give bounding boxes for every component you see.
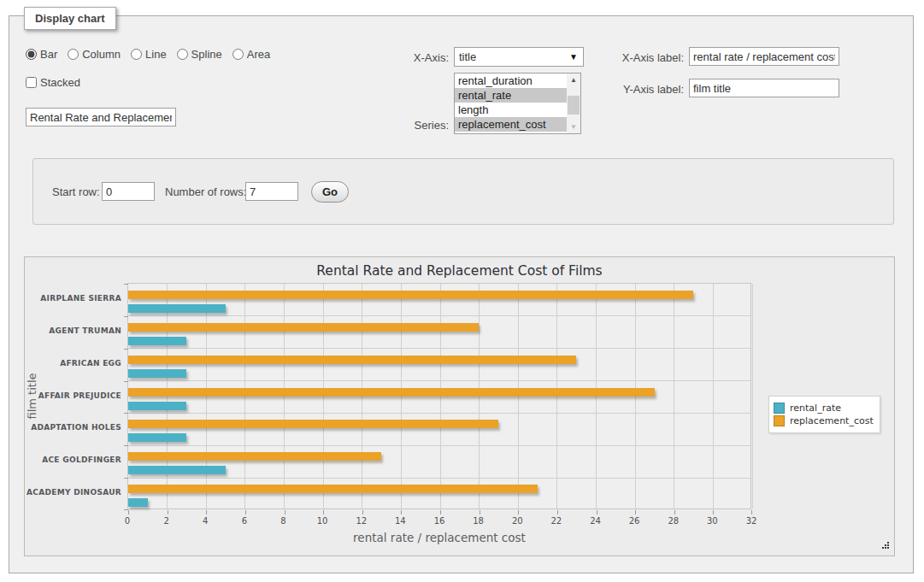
x-tick-label: 6 [242, 516, 247, 526]
scrollbar-thumb[interactable] [568, 96, 580, 115]
x-tick-label: 10 [317, 516, 328, 526]
x-tick-label: 26 [629, 516, 640, 526]
x-tick-label: 24 [590, 516, 601, 526]
chart-title: Rental Rate and Replacement Cost of Film… [25, 263, 894, 279]
legend-item-replacement_cost: replacement_cost [774, 415, 874, 426]
bar-rental_rate-ace-goldfinger [128, 466, 226, 474]
y-tick-mark [124, 413, 128, 414]
y-axis-title: film title [26, 354, 38, 439]
chart-title-input[interactable] [26, 108, 176, 126]
chart-type-radio-bar[interactable] [26, 49, 37, 60]
legend-swatch-replacement_cost [774, 415, 785, 426]
x-tick-mark [362, 510, 363, 514]
x-tick-mark [245, 510, 246, 514]
bar-rental_rate-affair-prejudice [128, 402, 186, 410]
x-axis-label-input[interactable] [689, 47, 839, 66]
plot-area [127, 283, 751, 509]
chart-type-radio-column[interactable] [68, 49, 79, 60]
x-tick-label: 4 [203, 516, 208, 526]
x-axis-title: rental rate / replacement cost [127, 531, 751, 544]
y-tick-mark [124, 381, 128, 382]
y-tick-mark [124, 316, 128, 317]
y-tick-mark [124, 445, 128, 446]
series-multiselect[interactable]: rental_durationrental_ratelengthreplacem… [454, 73, 581, 134]
gridline-vertical [713, 284, 714, 509]
y-tick-label: ADAPTATION HOLES [25, 423, 121, 432]
resize-handle-icon[interactable] [880, 542, 890, 551]
series-option-rental_rate[interactable]: rental_rate [455, 88, 567, 103]
x-tick-mark [597, 510, 597, 514]
gridline-horizontal [128, 315, 750, 316]
x-tick-label: 2 [163, 516, 168, 526]
chevron-down-icon: ▼ [569, 52, 583, 62]
number-of-rows-input[interactable] [245, 182, 298, 201]
y-axis-label-caption: Y-Axis label: [597, 83, 684, 96]
series-select-label: Series: [363, 119, 449, 132]
go-button[interactable]: Go [311, 181, 349, 203]
bar-rental_rate-adaptation-holes [128, 433, 186, 442]
chart-type-radio-group: BarColumnLineSplineArea [26, 48, 277, 61]
x-tick-mark [480, 510, 480, 514]
bar-replacement_cost-agent-truman [128, 323, 479, 332]
bar-rental_rate-agent-truman [128, 337, 186, 345]
legend-swatch-rental_rate [774, 403, 785, 414]
gridline-horizontal [128, 348, 750, 349]
chart-type-radio-spline[interactable] [177, 49, 188, 60]
x-tick-mark [557, 510, 558, 514]
y-tick-mark [124, 284, 128, 285]
x-axis-selected-value: title [455, 50, 569, 63]
x-tick-mark [285, 510, 285, 514]
number-of-rows-label: Number of rows: [165, 185, 246, 198]
gridline-horizontal [128, 413, 750, 414]
bar-replacement_cost-academy-dinosaur [128, 485, 538, 493]
panel-legend: Display chart [24, 7, 116, 30]
series-options: rental_durationrental_ratelengthreplacem… [455, 73, 580, 132]
bar-replacement_cost-ace-goldfinger [128, 452, 381, 461]
gridline-horizontal [128, 445, 750, 446]
chart-type-radio-line[interactable] [131, 49, 142, 60]
y-axis-tick-labels: AIRPLANE SIERRAAGENT TRUMANAFRICAN EGGAF… [25, 283, 121, 509]
chart-type-label-bar: Bar [40, 48, 57, 61]
x-tick-label: 20 [512, 516, 523, 526]
series-option-replacement_cost[interactable]: replacement_cost [455, 117, 567, 132]
x-tick-mark [206, 510, 207, 514]
x-tick-mark [713, 510, 714, 514]
scroll-down-icon[interactable]: ▼ [567, 121, 580, 133]
bar-rental_rate-academy-dinosaur [128, 498, 148, 507]
y-tick-label: ACE GOLDFINGER [25, 456, 121, 464]
bar-rental_rate-airplane-sierra [128, 304, 226, 313]
row-range-box: Start row: Number of rows: Go [32, 158, 894, 225]
x-tick-label: 32 [746, 516, 757, 526]
x-tick-label: 28 [668, 516, 679, 526]
start-row-input[interactable] [102, 182, 155, 201]
x-tick-label: 0 [125, 516, 130, 526]
x-tick-label: 8 [280, 516, 285, 526]
bar-replacement_cost-airplane-sierra [128, 291, 693, 299]
y-tick-label: ACADEMY DINOSAUR [25, 488, 121, 497]
chart-type-radio-area[interactable] [232, 49, 244, 60]
y-tick-label: AIRPLANE SIERRA [25, 294, 121, 303]
x-tick-label: 22 [551, 516, 562, 526]
scrollbar[interactable]: ▲ ▼ [567, 73, 580, 133]
x-axis-select[interactable]: title ▼ [454, 47, 584, 67]
x-tick-mark [635, 510, 636, 514]
series-option-length[interactable]: length [455, 103, 567, 117]
gridline-vertical [752, 284, 753, 509]
y-tick-mark [124, 478, 128, 479]
stacked-checkbox[interactable] [26, 77, 37, 88]
legend-label: rental_rate [790, 403, 841, 414]
x-axis-select-label: X-Axis: [363, 51, 449, 64]
x-tick-label: 30 [707, 516, 718, 526]
bar-replacement_cost-affair-prejudice [128, 388, 655, 397]
chart-type-label-spline: Spline [191, 48, 222, 61]
y-tick-mark [124, 349, 128, 350]
series-option-rental_duration[interactable]: rental_duration [455, 73, 567, 88]
bar-rental_rate-african-egg [128, 369, 186, 378]
legend-label: replacement_cost [790, 415, 874, 426]
gridline-horizontal [128, 380, 750, 381]
y-tick-label: AFRICAN EGG [25, 359, 121, 367]
scroll-up-icon[interactable]: ▲ [567, 73, 580, 86]
x-tick-mark [751, 510, 752, 514]
x-tick-mark [518, 510, 519, 514]
y-axis-label-input[interactable] [689, 79, 839, 97]
